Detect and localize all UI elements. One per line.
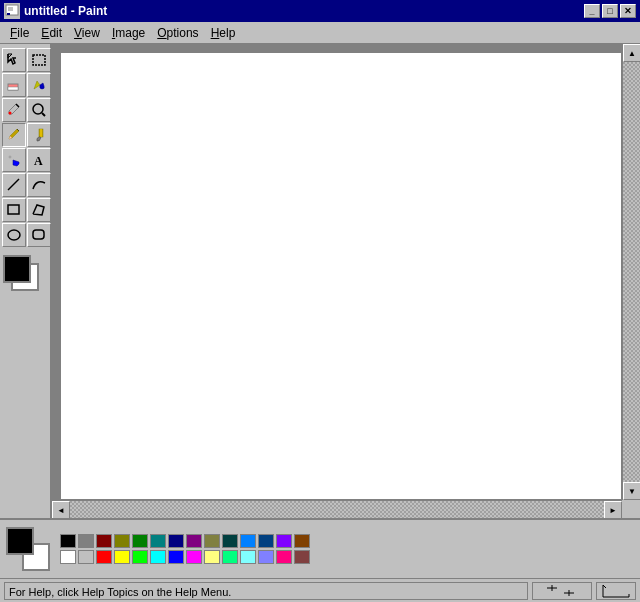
color-swatch[interactable] (258, 550, 274, 564)
tool-grid: A (2, 48, 48, 247)
rectangle-tool[interactable] (2, 198, 26, 222)
scroll-corner (622, 500, 640, 518)
svg-point-15 (11, 158, 12, 159)
color-swatch[interactable] (96, 534, 112, 548)
palette-row-2 (60, 550, 310, 564)
color-swatch[interactable] (132, 550, 148, 564)
window-title: untitled - Paint (24, 4, 107, 18)
vertical-scroll-track[interactable] (623, 62, 640, 482)
color-swatch[interactable] (204, 534, 220, 548)
vertical-scrollbar: ▲ ▼ (622, 44, 640, 500)
maximize-button[interactable]: □ (602, 4, 618, 18)
color-swatch[interactable] (150, 550, 166, 564)
svg-point-14 (12, 155, 13, 156)
tool-panel: A (0, 44, 52, 518)
menu-help[interactable]: Help (205, 24, 242, 42)
color-swatch[interactable] (294, 534, 310, 548)
color-palette (60, 534, 310, 564)
rounded-rect-tool[interactable] (27, 223, 51, 247)
menu-options[interactable]: Options (151, 24, 204, 42)
svg-line-18 (8, 179, 19, 190)
svg-rect-21 (33, 230, 44, 239)
menu-bar: File Edit View Image Options Help (0, 22, 640, 44)
color-swatch[interactable] (78, 534, 94, 548)
curve-tool[interactable] (27, 173, 51, 197)
status-coordinates (532, 582, 592, 600)
palette-row-1 (60, 534, 310, 548)
polygon-tool[interactable] (27, 198, 51, 222)
line-tool[interactable] (2, 173, 26, 197)
palette-foreground-color[interactable] (6, 527, 34, 555)
eraser-tool[interactable] (2, 73, 26, 97)
fill-tool[interactable] (27, 73, 51, 97)
ellipse-tool[interactable] (2, 223, 26, 247)
main-container: A (0, 44, 640, 518)
menu-edit[interactable]: Edit (35, 24, 68, 42)
color-swatch[interactable] (222, 534, 238, 548)
color-swatch[interactable] (240, 550, 256, 564)
color-swatch[interactable] (258, 534, 274, 548)
svg-line-9 (42, 113, 45, 116)
color-swatch[interactable] (276, 550, 292, 564)
horizontal-scroll-track[interactable] (70, 501, 604, 518)
foreground-color-box (3, 255, 31, 283)
airbrush-tool[interactable] (2, 148, 26, 172)
svg-rect-3 (33, 55, 45, 65)
palette-bar (0, 518, 640, 578)
eyedropper-tool[interactable] (2, 98, 26, 122)
color-swatch[interactable] (78, 550, 94, 564)
status-size (596, 582, 636, 600)
svg-point-16 (9, 160, 10, 161)
color-swatch[interactable] (114, 534, 130, 548)
brush-tool[interactable] (27, 123, 51, 147)
svg-point-7 (9, 112, 12, 115)
color-swatch[interactable] (60, 550, 76, 564)
scroll-left-button[interactable]: ◄ (52, 501, 70, 518)
color-swatch[interactable] (96, 550, 112, 564)
minimize-button[interactable]: _ (584, 4, 600, 18)
free-select-tool[interactable] (2, 48, 26, 72)
scroll-right-button[interactable]: ► (604, 501, 622, 518)
color-swatch[interactable] (204, 550, 220, 564)
svg-point-20 (8, 230, 20, 240)
menu-image[interactable]: Image (106, 24, 151, 42)
status-bar: For Help, click Help Topics on the Help … (0, 578, 640, 602)
color-swatch[interactable] (168, 550, 184, 564)
scroll-down-button[interactable]: ▼ (623, 482, 640, 500)
color-swatch[interactable] (240, 534, 256, 548)
color-swatch[interactable] (168, 534, 184, 548)
horizontal-scrollbar: ◄ ► (52, 500, 622, 518)
rect-select-tool[interactable] (27, 48, 51, 72)
color-swatch[interactable] (60, 534, 76, 548)
svg-rect-1 (8, 7, 13, 11)
status-help-text: For Help, click Help Topics on the Help … (4, 582, 528, 600)
canvas-scroll-area: ▲ ▼ ◄ ► (52, 44, 640, 518)
color-swatch[interactable] (132, 534, 148, 548)
color-swatch[interactable] (222, 550, 238, 564)
color-swatch[interactable] (186, 550, 202, 564)
svg-rect-2 (7, 13, 10, 15)
svg-rect-5 (8, 87, 18, 90)
svg-text:A: A (34, 154, 43, 168)
app-icon (4, 3, 20, 19)
text-tool[interactable]: A (27, 148, 51, 172)
color-swatch[interactable] (276, 534, 292, 548)
menu-file[interactable]: File (4, 24, 35, 42)
scroll-up-button[interactable]: ▲ (623, 44, 640, 62)
color-swatch[interactable] (114, 550, 130, 564)
color-swatch[interactable] (150, 534, 166, 548)
color-swatch[interactable] (294, 550, 310, 564)
pencil-tool[interactable] (2, 123, 26, 147)
svg-point-8 (33, 104, 43, 114)
menu-view[interactable]: View (68, 24, 106, 42)
drawing-canvas[interactable] (60, 52, 622, 500)
window-controls: _ □ ✕ (584, 4, 636, 18)
close-button[interactable]: ✕ (620, 4, 636, 18)
canvas-wrapper: ▲ ▼ ◄ ► (52, 44, 640, 518)
tool-color-indicator (3, 255, 47, 299)
magnifier-tool[interactable] (27, 98, 51, 122)
color-swatch[interactable] (186, 534, 202, 548)
current-colors (6, 527, 50, 571)
title-bar: untitled - Paint _ □ ✕ (0, 0, 640, 22)
svg-rect-19 (8, 205, 19, 214)
